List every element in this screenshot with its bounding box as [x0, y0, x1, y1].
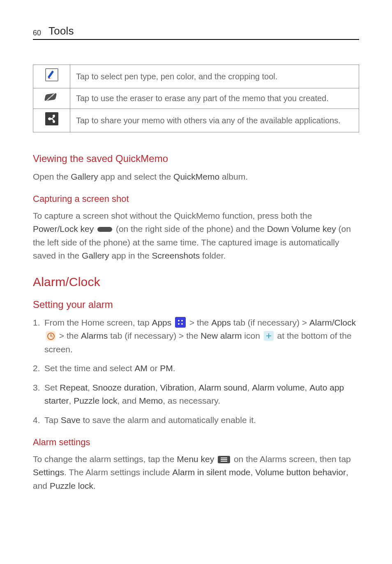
heading-setting-alarm: Setting your alarm — [33, 299, 359, 310]
pen-icon — [45, 68, 58, 81]
heading-capturing-screenshot: Capturing a screen shot — [33, 194, 359, 204]
text: To capture a screen shot without the Qui… — [33, 211, 312, 220]
text-memo: Memo — [139, 396, 163, 405]
text-volume-button-behavior: Volume button behavior — [255, 467, 346, 477]
text: tab (if necessary) > — [231, 318, 309, 327]
text-alarm-silent-mode: Alarm in silent mode — [172, 467, 250, 477]
text: , — [194, 383, 199, 392]
eraser-icon — [44, 92, 59, 102]
text-new-alarm: New alarm — [201, 331, 242, 340]
steps-list: From the Home screen, tap Apps > the App… — [33, 316, 359, 427]
text-save: Save — [61, 415, 81, 425]
plus-icon — [264, 331, 274, 341]
text: icon — [242, 331, 263, 340]
text-alarm-volume: Alarm volume — [252, 383, 304, 392]
text: (on the right side of the phone) and the — [113, 224, 267, 233]
menu-key-icon — [218, 456, 230, 463]
text-puzzle-lock-2: Puzzle lock — [50, 481, 93, 490]
text: > the — [57, 331, 81, 340]
text: . — [173, 363, 175, 373]
page-root: 60 Tools Tap to select pen type, pen col… — [0, 0, 392, 521]
page-header: 60 Tools — [33, 25, 359, 40]
table-cell-pen-desc: Tap to select pen type, pen color, and t… — [70, 65, 359, 88]
list-item: Tap Save to save the alarm and automatic… — [33, 414, 359, 427]
header-title: Tools — [48, 25, 74, 37]
text: , — [155, 383, 160, 392]
text: to save the alarm and automatically enab… — [81, 415, 256, 425]
heading-alarm-settings: Alarm settings — [33, 437, 359, 448]
text: folder. — [200, 251, 226, 260]
list-item: Set the time and select AM or PM. — [33, 362, 359, 375]
text-power-lock-key: Power/Lock key — [33, 224, 94, 233]
text: , — [69, 396, 74, 405]
text: From the Home screen, tap — [44, 318, 152, 327]
icon-cell-share — [33, 109, 70, 132]
text: , — [305, 383, 310, 392]
text: , as necessary. — [163, 396, 220, 405]
text: on the Alarms screen, then tap — [231, 454, 351, 464]
text: or — [148, 363, 160, 373]
text: album. — [219, 172, 248, 181]
text: . — [93, 481, 96, 490]
heading-viewing-quickmemo: Viewing the saved QuickMemo — [33, 153, 359, 164]
text-vibration: Vibration — [160, 383, 194, 392]
share-icon — [45, 112, 58, 125]
text: Set — [44, 383, 60, 392]
paragraph-viewing: Open the Gallery app and select the Quic… — [33, 170, 359, 184]
text-repeat: Repeat — [60, 383, 88, 392]
text-gallery-app: Gallery — [71, 172, 98, 181]
text-menu-key: Menu key — [177, 454, 214, 464]
table-cell-share-desc: Tap to share your memo with others via a… — [70, 109, 359, 132]
text: . The Alarm settings include — [64, 467, 172, 477]
table-row: Tap to share your memo with others via a… — [33, 109, 359, 132]
paragraph-capturing: To capture a screen shot without the Qui… — [33, 209, 359, 263]
table-row: Tap to select pen type, pen color, and t… — [33, 65, 359, 88]
text: Tap — [44, 415, 61, 425]
text-apps-tab: Apps — [211, 318, 231, 327]
text: , — [247, 383, 252, 392]
table-cell-eraser-desc: Tap to use the eraser to erase any part … — [70, 88, 359, 109]
text-puzzle-lock: Puzzle lock — [74, 396, 117, 405]
list-item: Set Repeat, Snooze duration, Vibration, … — [33, 381, 359, 408]
text: , — [88, 383, 92, 392]
page-number: 60 — [33, 29, 41, 37]
icon-cell-pen — [33, 65, 70, 88]
alarm-clock-icon — [46, 331, 55, 341]
heading-alarm-clock: Alarm/Clock — [33, 275, 359, 289]
text: Open the — [33, 172, 71, 181]
paragraph-alarm-settings: To change the alarm settings, tap the Me… — [33, 453, 359, 493]
text-gallery-app-2: Gallery — [82, 251, 109, 260]
text-quickmemo-album: QuickMemo — [173, 172, 219, 181]
power-lock-key-icon — [97, 227, 112, 232]
text-down-volume-key: Down Volume key — [267, 224, 336, 233]
text: app and select the — [98, 172, 173, 181]
icon-cell-eraser — [33, 88, 70, 109]
apps-icon — [175, 317, 186, 328]
text: To change the alarm settings, tap the — [33, 454, 177, 464]
tools-table: Tap to select pen type, pen color, and t… — [33, 65, 359, 132]
text-screenshots-folder: Screenshots — [152, 251, 200, 260]
table-row: Tap to use the eraser to erase any part … — [33, 88, 359, 109]
text: , and — [117, 396, 139, 405]
text-apps: Apps — [152, 318, 171, 327]
text-settings: Settings — [33, 467, 64, 477]
text: app in the — [109, 251, 152, 260]
text: Set the time and select — [44, 363, 134, 373]
text-alarm-sound: Alarm sound — [199, 383, 247, 392]
text: , — [251, 467, 256, 477]
text-alarm-clock-app: Alarm/Clock — [309, 318, 356, 327]
text-snooze: Snooze duration — [92, 383, 155, 392]
text-alarms-tab: Alarms — [81, 331, 108, 340]
list-item: From the Home screen, tap Apps > the App… — [33, 316, 359, 356]
text: > the — [187, 318, 211, 327]
text-am: AM — [134, 363, 148, 373]
text-pm: PM — [160, 363, 173, 373]
text: tab (if necessary) > the — [108, 331, 201, 340]
